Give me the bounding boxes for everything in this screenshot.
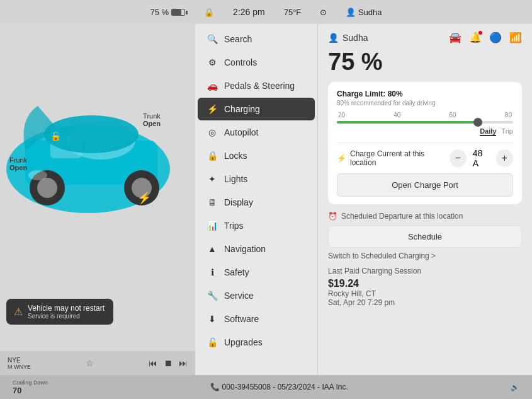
sidebar-item-display[interactable]: 🖥 Display <box>198 191 315 214</box>
open-charge-port-button[interactable]: Open Charge Port <box>337 173 513 197</box>
settings-icon: ⊙ <box>320 8 327 17</box>
last-session: Last Paid Charging Session $19.24 Rocky … <box>328 267 522 307</box>
slider-fill <box>337 121 478 124</box>
sidebar-icon-search: 🔍 <box>207 34 218 44</box>
sidebar-icon-upgrades: 🔓 <box>207 337 218 347</box>
sidebar-label-charging: Charging <box>224 104 260 114</box>
increase-current-button[interactable]: + <box>496 149 513 167</box>
last-session-amount: $19.24 <box>328 278 522 289</box>
sidebar-item-safety[interactable]: ℹ Safety <box>198 261 315 284</box>
slider-labels: 20 40 60 80 <box>337 112 513 119</box>
car-image-area: Trunk Open Frunk Open 🔓 ⚡ ⚠ Vehicle may … <box>0 24 195 375</box>
sidebar-label-service: Service <box>224 291 254 301</box>
star-icon[interactable]: ☆ <box>86 358 94 368</box>
lock-status-icon: 🔒 <box>204 8 214 17</box>
slider-track[interactable] <box>337 121 513 124</box>
sidebar-item-upgrades[interactable]: 🔓 Upgrades <box>198 331 315 354</box>
sidebar-label-trips: Trips <box>224 221 244 231</box>
clock-icon: ⏰ <box>328 212 337 221</box>
charge-percent: 75 % <box>328 49 522 76</box>
volume-icon[interactable]: 🔊 <box>511 383 519 391</box>
sidebar-icon-software: ⬇ <box>207 314 218 324</box>
sidebar-icon-safety: ℹ <box>207 267 218 277</box>
sidebar-item-controls[interactable]: ⚙ Controls <box>198 51 315 74</box>
sidebar-label-navigation: Navigation <box>224 244 266 254</box>
bottom-left: Cooling Down 70 <box>13 379 48 395</box>
last-session-date: Sat, Apr 20 7:29 pm <box>328 298 522 307</box>
right-panel: 👤 Sudha 🚘 🔔 🔵 📶 75 % Charge Limit: 80% 8… <box>318 24 532 375</box>
slider-container[interactable]: 20 40 60 80 Daily Trip <box>337 112 513 136</box>
sidebar-icon-charging: ⚡ <box>207 104 218 114</box>
sidebar-item-lights[interactable]: ✦ Lights <box>198 168 315 190</box>
sidebar-icon-controls: ⚙ <box>207 57 218 67</box>
user-person-icon: 👤 <box>328 33 339 43</box>
sidebar-label-lights: Lights <box>224 174 247 184</box>
car-top-icon[interactable]: 🚘 <box>449 32 461 43</box>
sidebar-icon-trips: 📊 <box>207 221 218 231</box>
charge-recommended: 80% recommended for daily driving <box>337 100 513 107</box>
user-info: 👤 Sudha <box>328 33 368 43</box>
status-user: 👤 Sudha <box>346 8 382 17</box>
music-artist: M WNYE <box>8 364 31 370</box>
charge-limit-row: Charge Limit: 80% <box>337 90 513 98</box>
phone-icon-bottom[interactable]: 📞 <box>210 383 220 391</box>
signal-icon: 📶 <box>509 32 522 43</box>
sidebar-item-navigation[interactable]: ▲ Navigation <box>198 238 315 260</box>
stop-icon[interactable]: ⏹ <box>164 358 173 368</box>
slider-thumb[interactable] <box>473 118 482 127</box>
sidebar-icon-locks: 🔒 <box>207 151 218 161</box>
sidebar-label-safety: Safety <box>224 267 249 277</box>
bell-icon[interactable]: 🔔 <box>469 32 482 43</box>
car-svg <box>0 43 195 257</box>
bottom-id-text: 000-39455008 - 05/23/2024 - IAA Inc. <box>222 383 348 391</box>
music-station: NYE <box>8 357 31 364</box>
tab-trip[interactable]: Trip <box>501 127 513 136</box>
status-temp: 75°F <box>284 8 302 17</box>
sidebar-item-search[interactable]: 🔍 Search <box>198 28 315 50</box>
last-session-title: Last Paid Charging Session <box>328 267 522 275</box>
sidebar-label-search: Search <box>224 34 252 44</box>
charge-current-value: 48 A <box>473 148 490 168</box>
tab-daily[interactable]: Daily <box>480 127 496 136</box>
sidebar-label-controls: Controls <box>224 57 257 67</box>
car-bolt-icon: ⚡ <box>137 191 151 205</box>
svg-point-6 <box>37 178 57 198</box>
charge-current-label: Charge Current at this location <box>350 149 450 167</box>
scheduled-departure-section: ⏰ Scheduled Departure at this location <box>328 212 522 221</box>
switch-charging-link[interactable]: Switch to Scheduled Charging > <box>328 252 522 260</box>
status-bar: 75 % 🔒 2:26 pm 75°F ⊙ 👤 Sudha <box>0 0 532 24</box>
schedule-button[interactable]: Schedule <box>328 226 522 248</box>
warning-triangle-icon: ⚠ <box>14 306 23 318</box>
sidebar-icon-lights: ✦ <box>207 174 218 184</box>
next-track-icon[interactable]: ⏭ <box>179 358 188 368</box>
last-session-location: Rocky Hill, CT <box>328 289 522 298</box>
sidebar-item-service[interactable]: 🔧 Service <box>198 284 315 307</box>
warning-title: Vehicle may not restart <box>28 304 105 313</box>
sidebar-label-upgrades: Upgrades <box>224 337 263 347</box>
sidebar-item-charging[interactable]: ⚡ Charging <box>198 98 315 120</box>
sidebar-item-pedals[interactable]: 🚗 Pedals & Steering <box>198 74 315 97</box>
sidebar-label-display: Display <box>224 197 253 207</box>
music-controls: ⏮ ⏹ ⏭ <box>149 358 188 368</box>
user-name: Sudha <box>342 33 368 43</box>
decrease-current-button[interactable]: − <box>450 149 467 167</box>
music-bar: NYE M WNYE ☆ ⏮ ⏹ ⏭ <box>0 351 195 375</box>
battery-icon <box>171 9 185 16</box>
sidebar-icon-autopilot: ◎ <box>207 127 218 137</box>
charge-label: ⚡ Charge Current at this location <box>337 149 450 167</box>
prev-track-icon[interactable]: ⏮ <box>149 358 157 368</box>
sidebar-icon-service: 🔧 <box>207 291 218 301</box>
bluetooth-icon[interactable]: 🔵 <box>489 32 502 43</box>
sidebar-item-trips[interactable]: 📊 Trips <box>198 214 315 237</box>
charge-plug-icon: ⚡ <box>337 154 346 163</box>
sidebar-item-locks[interactable]: 🔒 Locks <box>198 144 315 167</box>
sidebar-item-autopilot[interactable]: ◎ Autopilot <box>198 121 315 144</box>
bottom-center-text: 📞 000-39455008 - 05/23/2024 - IAA Inc. <box>210 383 348 391</box>
trunk-label: Trunk Open <box>143 112 161 127</box>
sidebar-item-software[interactable]: ⬇ Software <box>198 308 315 330</box>
sidebar: 🔍 Search ⚙ Controls 🚗 Pedals & Steering … <box>195 24 318 375</box>
car-lock-icon: 🔓 <box>50 131 61 141</box>
bottom-temp-label: Cooling Down <box>13 379 48 386</box>
sidebar-label-software: Software <box>224 314 259 324</box>
sidebar-icon-display: 🖥 <box>207 197 218 207</box>
